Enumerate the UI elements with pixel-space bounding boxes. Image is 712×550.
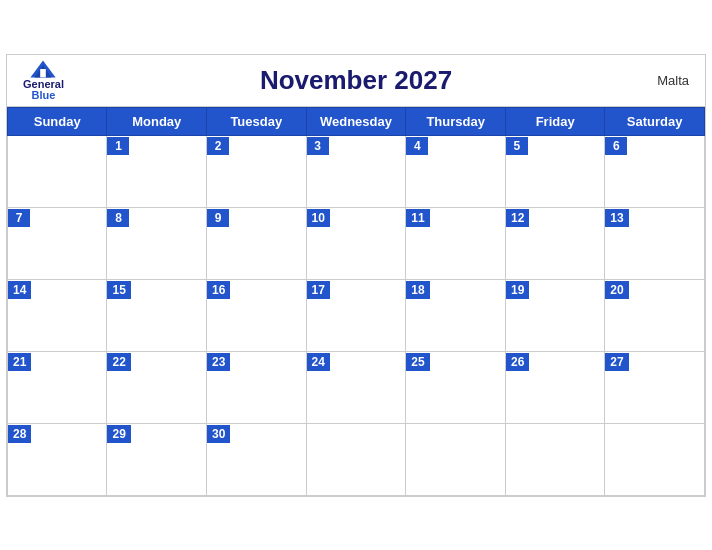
calendar: General Blue November 2027 Malta Sunday … xyxy=(6,54,706,497)
calendar-day-cell: 11 xyxy=(406,207,506,279)
day-number: 9 xyxy=(207,209,229,227)
calendar-day-cell xyxy=(505,423,604,495)
day-number: 12 xyxy=(506,209,529,227)
calendar-week-row: 123456 xyxy=(8,135,705,207)
calendar-day-cell: 18 xyxy=(406,279,506,351)
calendar-table: Sunday Monday Tuesday Wednesday Thursday… xyxy=(7,107,705,496)
svg-rect-2 xyxy=(41,69,47,77)
day-number: 2 xyxy=(207,137,229,155)
calendar-day-cell: 10 xyxy=(306,207,406,279)
logo: General Blue xyxy=(23,59,64,101)
calendar-day-cell: 4 xyxy=(406,135,506,207)
header-monday: Monday xyxy=(107,107,207,135)
day-number: 15 xyxy=(107,281,130,299)
day-number: 5 xyxy=(506,137,528,155)
calendar-day-cell: 14 xyxy=(8,279,107,351)
calendar-day-cell xyxy=(605,423,705,495)
calendar-week-row: 282930 xyxy=(8,423,705,495)
calendar-day-cell: 12 xyxy=(505,207,604,279)
calendar-header: General Blue November 2027 Malta xyxy=(7,55,705,107)
day-number: 17 xyxy=(307,281,330,299)
day-number: 7 xyxy=(8,209,30,227)
header-friday: Friday xyxy=(505,107,604,135)
calendar-title: November 2027 xyxy=(260,65,452,96)
header-thursday: Thursday xyxy=(406,107,506,135)
day-number: 29 xyxy=(107,425,130,443)
calendar-day-cell: 13 xyxy=(605,207,705,279)
calendar-day-cell xyxy=(406,423,506,495)
day-number: 30 xyxy=(207,425,230,443)
calendar-day-cell: 5 xyxy=(505,135,604,207)
day-number: 13 xyxy=(605,209,628,227)
calendar-day-cell: 2 xyxy=(207,135,307,207)
day-number: 27 xyxy=(605,353,628,371)
calendar-day-cell: 28 xyxy=(8,423,107,495)
header-sunday: Sunday xyxy=(8,107,107,135)
day-number: 14 xyxy=(8,281,31,299)
calendar-day-cell xyxy=(306,423,406,495)
day-number: 18 xyxy=(406,281,429,299)
calendar-day-cell xyxy=(8,135,107,207)
calendar-day-cell: 29 xyxy=(107,423,207,495)
calendar-day-cell: 7 xyxy=(8,207,107,279)
header-saturday: Saturday xyxy=(605,107,705,135)
day-number: 23 xyxy=(207,353,230,371)
day-number: 10 xyxy=(307,209,330,227)
calendar-day-cell: 6 xyxy=(605,135,705,207)
calendar-week-row: 14151617181920 xyxy=(8,279,705,351)
header-wednesday: Wednesday xyxy=(306,107,406,135)
day-number: 11 xyxy=(406,209,429,227)
day-number: 4 xyxy=(406,137,428,155)
calendar-day-cell: 3 xyxy=(306,135,406,207)
calendar-day-cell: 15 xyxy=(107,279,207,351)
day-number: 8 xyxy=(107,209,129,227)
day-number: 26 xyxy=(506,353,529,371)
calendar-day-cell: 21 xyxy=(8,351,107,423)
calendar-day-cell: 17 xyxy=(306,279,406,351)
day-number: 6 xyxy=(605,137,627,155)
calendar-day-cell: 25 xyxy=(406,351,506,423)
day-number: 25 xyxy=(406,353,429,371)
calendar-day-cell: 26 xyxy=(505,351,604,423)
calendar-day-cell: 23 xyxy=(207,351,307,423)
day-number: 24 xyxy=(307,353,330,371)
calendar-day-cell: 9 xyxy=(207,207,307,279)
calendar-day-cell: 24 xyxy=(306,351,406,423)
calendar-week-row: 21222324252627 xyxy=(8,351,705,423)
day-number: 3 xyxy=(307,137,329,155)
calendar-day-cell: 8 xyxy=(107,207,207,279)
day-number: 19 xyxy=(506,281,529,299)
calendar-week-row: 78910111213 xyxy=(8,207,705,279)
day-number: 1 xyxy=(107,137,129,155)
calendar-day-cell: 19 xyxy=(505,279,604,351)
day-number: 20 xyxy=(605,281,628,299)
logo-icon xyxy=(29,59,57,79)
header-tuesday: Tuesday xyxy=(207,107,307,135)
calendar-day-cell: 20 xyxy=(605,279,705,351)
calendar-day-cell: 30 xyxy=(207,423,307,495)
day-number: 22 xyxy=(107,353,130,371)
calendar-day-cell: 1 xyxy=(107,135,207,207)
country-label: Malta xyxy=(657,73,689,88)
logo-blue-text: Blue xyxy=(32,90,56,101)
day-number: 16 xyxy=(207,281,230,299)
day-number: 21 xyxy=(8,353,31,371)
calendar-day-cell: 27 xyxy=(605,351,705,423)
weekday-header-row: Sunday Monday Tuesday Wednesday Thursday… xyxy=(8,107,705,135)
calendar-day-cell: 22 xyxy=(107,351,207,423)
day-number: 28 xyxy=(8,425,31,443)
calendar-day-cell: 16 xyxy=(207,279,307,351)
